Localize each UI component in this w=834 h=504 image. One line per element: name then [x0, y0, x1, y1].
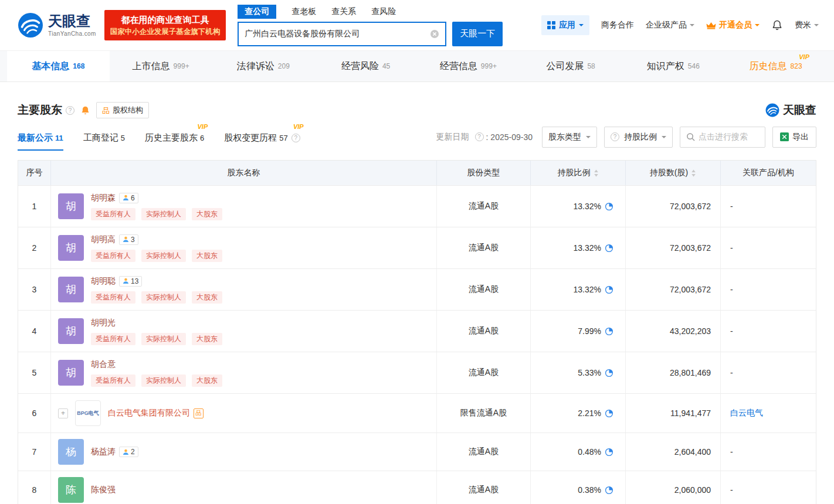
equity-structure-icon[interactable]: 品: [194, 408, 204, 418]
monitor-bell-icon[interactable]: [80, 105, 90, 115]
avatar: 胡: [58, 277, 84, 302]
partner-count-badge[interactable]: 2: [119, 447, 138, 457]
shareholder-tag[interactable]: 受益所有人: [91, 333, 135, 345]
column-header: 股份类型: [437, 161, 531, 185]
column-header[interactable]: 持股比例: [531, 161, 626, 185]
search-area: 查公司查老板查关系查风险 天眼一下: [238, 5, 503, 46]
export-button[interactable]: 导出: [772, 127, 816, 148]
shareholder-tag[interactable]: 受益所有人: [91, 374, 135, 387]
shareholder-tag[interactable]: 大股东: [192, 208, 222, 220]
search-tab[interactable]: 查老板: [291, 6, 316, 17]
partner-count-badge[interactable]: 3: [119, 234, 138, 245]
pie-chart-icon[interactable]: [605, 327, 613, 336]
pie-chart-icon[interactable]: [605, 202, 613, 211]
clear-icon[interactable]: [430, 29, 439, 39]
subtab-count: 5: [121, 134, 125, 142]
table-search-input[interactable]: 点击进行搜索: [680, 127, 765, 148]
shareholder-tag[interactable]: 受益所有人: [91, 291, 135, 304]
shareholder-tag[interactable]: 实际控制人: [141, 250, 186, 262]
open-vip-button[interactable]: 开通会员: [706, 20, 760, 30]
help-icon[interactable]: ?: [475, 132, 484, 141]
ratio-value: 13.32%: [574, 285, 601, 294]
shareholder-tag[interactable]: 实际控制人: [141, 208, 186, 220]
nav-tab-count: 546: [688, 62, 700, 70]
subtab-最新公示[interactable]: 最新公示11: [18, 123, 63, 151]
shareholder-name-link[interactable]: 胡明聪: [91, 276, 116, 287]
column-header-label: 股份类型: [467, 168, 500, 178]
partner-count-badge[interactable]: 6: [119, 193, 138, 203]
holding-ratio: 5.33%: [531, 352, 626, 393]
pie-chart-icon[interactable]: [605, 369, 613, 377]
shareholder-tag[interactable]: 实际控制人: [141, 374, 186, 387]
nav-tab-历史信息[interactable]: 历史信息823VIP: [724, 51, 827, 81]
shareholder-tag[interactable]: 大股东: [192, 250, 222, 262]
shareholder-name-link[interactable]: 杨益涛: [91, 447, 116, 457]
nav-tab-经营风险[interactable]: 经营风险45: [314, 51, 417, 81]
business-cooperation-link[interactable]: 商务合作: [601, 20, 634, 30]
expand-button[interactable]: +: [58, 408, 68, 418]
apps-button[interactable]: 应用: [541, 15, 589, 35]
equity-structure-button[interactable]: 品 股权结构: [96, 102, 149, 118]
help-icon[interactable]: ?: [66, 106, 74, 115]
user-menu[interactable]: 费米: [795, 20, 819, 30]
subtab-股权变更历程[interactable]: 股权变更历程57VIP?: [224, 123, 300, 151]
partner-count-badge[interactable]: 13: [119, 276, 142, 287]
nav-tab-count: 45: [382, 62, 390, 70]
shareholder-name-link[interactable]: 白云电气集团有限公司: [108, 408, 190, 418]
shareholder-type-dropdown[interactable]: 股东类型: [542, 127, 597, 148]
holding-ratio-dropdown[interactable]: ? 持股比例: [604, 127, 673, 148]
nav-tab-公司发展[interactable]: 公司发展58: [520, 51, 622, 81]
nav-tab-法律诉讼[interactable]: 法律诉讼209: [212, 51, 315, 81]
subtab-历史主要股东[interactable]: 历史主要股东6VIP: [145, 123, 204, 151]
search-tabs: 查公司查老板查关系查风险: [238, 5, 503, 19]
partner-count: 13: [131, 277, 138, 285]
enterprise-products-menu[interactable]: 企业级产品: [646, 20, 694, 30]
shareholder-name-link[interactable]: 胡明光: [91, 318, 116, 328]
nav-tab-基本信息[interactable]: 基本信息168: [7, 51, 110, 81]
sort-icon[interactable]: [594, 169, 599, 177]
search-input[interactable]: [245, 29, 425, 39]
help-icon[interactable]: ?: [291, 134, 300, 142]
nav-tab-知识产权[interactable]: 知识产权546: [622, 51, 725, 81]
promo-banner: 都在用的商业查询工具 国家中小企业发展子基金旗下机构: [104, 10, 226, 40]
related-product-link[interactable]: 白云电气: [730, 408, 763, 418]
shareholder-tag[interactable]: 受益所有人: [91, 208, 135, 220]
shareholders-table: 序号股东名称股份类型持股比例持股数(股)关联产品/机构 1胡胡明森6受益所有人实…: [18, 160, 816, 504]
watermark-logo: 天眼查: [765, 103, 816, 118]
name-line: 胡明聪13: [91, 276, 222, 287]
subtab-工商登记[interactable]: 工商登记5: [83, 123, 125, 151]
sort-icon[interactable]: [691, 169, 696, 177]
nav-tab-经营信息[interactable]: 经营信息999+: [417, 51, 520, 81]
pie-chart-icon[interactable]: [605, 486, 613, 495]
shareholder-tag[interactable]: 实际控制人: [141, 333, 186, 345]
shareholder-name-link[interactable]: 胡明高: [91, 234, 116, 245]
shareholder-name-link[interactable]: 陈俊强: [91, 485, 116, 495]
shareholder-name-link[interactable]: 胡合意: [91, 359, 116, 370]
shareholder-tag[interactable]: 受益所有人: [91, 250, 135, 262]
shareholder-name-link[interactable]: 胡明森: [91, 193, 116, 203]
column-header[interactable]: 持股数(股): [626, 161, 721, 185]
nav-tab-count: 999+: [481, 62, 497, 70]
table-row: 3胡胡明聪13受益所有人实际控制人大股东流通A股13.32%72,003,672…: [18, 268, 816, 310]
nav-tab-上市信息[interactable]: 上市信息999+: [110, 51, 212, 81]
pie-chart-icon[interactable]: [605, 409, 613, 418]
shareholder-tag[interactable]: 实际控制人: [141, 291, 186, 304]
shareholder-type-label: 股东类型: [548, 132, 581, 142]
name-block: 胡明聪13受益所有人实际控制人大股东: [91, 276, 222, 304]
search-tab[interactable]: 查风险: [371, 6, 396, 17]
notifications-bell-icon[interactable]: [771, 19, 783, 31]
search-tab[interactable]: 查公司: [238, 5, 276, 19]
pie-chart-icon[interactable]: [605, 448, 613, 457]
shareholder-tag[interactable]: 大股东: [192, 291, 222, 304]
nav-tabs: 基本信息168上市信息999+法律诉讼209经营风险45经营信息999+公司发展…: [0, 50, 834, 82]
shareholder-tag[interactable]: 大股东: [192, 333, 222, 345]
search-tab[interactable]: 查关系: [331, 6, 356, 17]
table-row: 4胡胡明光受益所有人实际控制人大股东流通A股7.99%43,202,203-: [18, 310, 816, 352]
tianyancha-logo[interactable]: 天眼查 TianYanCha.com: [18, 12, 96, 38]
shareholder-tag[interactable]: 大股东: [192, 374, 222, 387]
crown-icon: [706, 21, 716, 30]
search-button[interactable]: 天眼一下: [452, 22, 503, 46]
pie-chart-icon[interactable]: [605, 244, 613, 253]
pie-chart-icon[interactable]: [605, 285, 613, 294]
holding-ratio: 13.32%: [531, 186, 626, 227]
